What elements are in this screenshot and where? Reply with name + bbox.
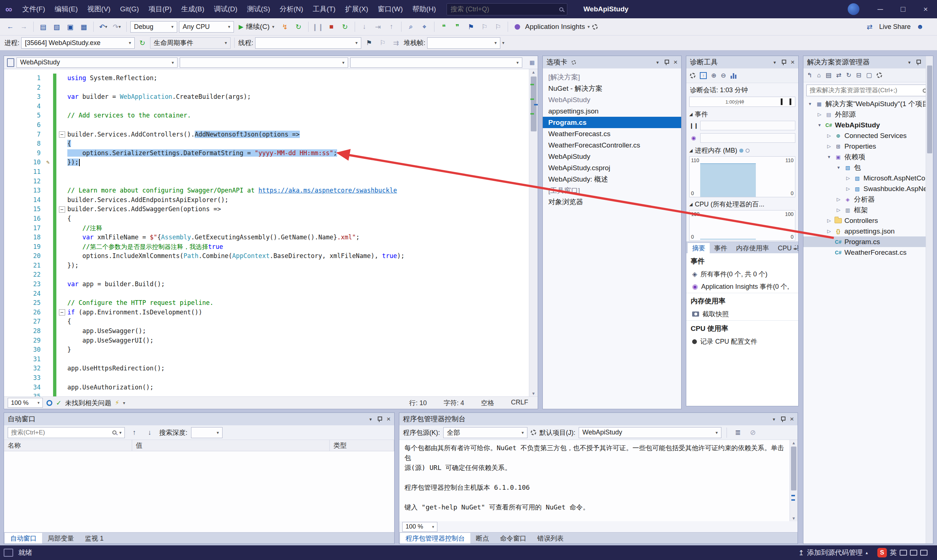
window-menu-icon[interactable]: ▾	[656, 60, 659, 65]
code-cleanup-icon[interactable]: ⚡	[115, 399, 119, 407]
code-line[interactable]: 9 options.SerializerSettings.DateFormatS…	[4, 149, 529, 158]
back-icon[interactable]: ↰	[807, 71, 812, 79]
expand-toggle-icon[interactable]: ▷	[825, 133, 834, 138]
pmc-titlebar[interactable]: 程序包管理器控制台 ▾ ×	[399, 413, 797, 425]
expand-toggle-icon[interactable]: ▷	[825, 143, 834, 149]
window-menu-icon[interactable]: ▾	[908, 60, 911, 65]
take-snapshot-link[interactable]: 截取快照	[686, 308, 798, 320]
expand-toggle-icon[interactable]: ▷	[815, 112, 824, 117]
scrollbar-thumb[interactable]	[927, 66, 932, 153]
tab-scroll-arrows[interactable]: ◂▸	[792, 246, 797, 251]
export-icon[interactable]: ↑	[700, 72, 707, 79]
tree-item[interactable]: ▾C#WebApiStudy	[803, 120, 933, 130]
code-line[interactable]: 13// Learn more about configuring Swagge…	[4, 186, 529, 195]
tab-item[interactable]: NuGet - 解决方案	[543, 83, 681, 94]
pen-icon[interactable]	[920, 550, 928, 555]
collapse-toggle-icon[interactable]: −	[59, 206, 65, 213]
navigate-forward-icon[interactable]: →	[18, 20, 30, 33]
eol-indicator[interactable]: CRLF	[511, 398, 528, 408]
memory-chart[interactable]: 110 0 110 0	[689, 156, 795, 197]
code-line[interactable]: 30}	[4, 345, 529, 355]
menu-item[interactable]: 生成(B)	[177, 0, 209, 18]
new-project-icon[interactable]: ▤	[37, 20, 49, 33]
ime-logo-icon[interactable]: S	[877, 548, 887, 557]
close-icon[interactable]: ×	[790, 415, 794, 423]
stop-command-icon[interactable]: ⊘	[747, 426, 759, 439]
window-menu-icon[interactable]: ▾	[773, 60, 776, 65]
collapse-toggle-icon[interactable]: −	[59, 309, 65, 315]
refresh-icon[interactable]: ↻	[846, 71, 851, 79]
collapse-all-icon[interactable]: ⊟	[856, 71, 861, 79]
code-line[interactable]: 26−if (app.Environment.IsDevelopment())	[4, 308, 529, 317]
thread-combo[interactable]: ▾	[255, 37, 361, 49]
code-line[interactable]: 10✎});	[4, 158, 529, 167]
flag-outline-icon[interactable]: ⚐	[377, 37, 388, 49]
close-icon[interactable]: ×	[674, 58, 677, 66]
all-events-link[interactable]: ◈ 所有事件(0 个, 共 0 个)	[686, 268, 798, 280]
tabs-panel-titlebar[interactable]: 选项卡 ▾ ×	[543, 56, 681, 68]
restart-app-icon[interactable]: ↻	[293, 20, 305, 33]
tree-item[interactable]: ▾▣依赖项	[803, 152, 933, 162]
member-dropdown[interactable]: ▾	[350, 57, 522, 68]
menu-item[interactable]: 窗口(W)	[373, 0, 408, 18]
stop-debug-icon[interactable]: ■	[326, 20, 337, 33]
expand-toggle-icon[interactable]: ▷	[844, 175, 852, 181]
add-to-source-control-button[interactable]: ↥ 添加到源代码管理 ▴	[798, 548, 868, 557]
tree-item[interactable]: ▷▧Microsoft.AspNetCore...	[803, 173, 933, 183]
tab-item[interactable]: appsettings.json	[543, 105, 681, 117]
break-all-icon[interactable]: ❙❙	[312, 20, 324, 33]
maximize-button[interactable]: □	[892, 0, 914, 18]
search-depth-combo[interactable]: ▾	[191, 427, 223, 438]
tab-item[interactable]: 对象浏览器	[543, 196, 681, 208]
sync-icon[interactable]: ⇄	[836, 71, 842, 79]
collapse-toggle-icon[interactable]: −	[59, 131, 65, 138]
diagnostics-titlebar[interactable]: 诊断工具 ▾ ×	[686, 56, 798, 68]
expand-toggle-icon[interactable]: ▾	[834, 165, 843, 170]
minimize-button[interactable]: ─	[869, 0, 892, 18]
pin-icon[interactable]	[664, 59, 668, 65]
show-all-files-icon[interactable]: ▢	[866, 71, 872, 79]
code-cleanup-caret[interactable]: ▾	[123, 400, 125, 406]
code-line[interactable]: 15−builder.Services.AddSwaggerGen(option…	[4, 205, 529, 214]
tab-item[interactable]: WeatherForecast.cs	[543, 128, 681, 140]
code-line[interactable]: 24	[4, 289, 529, 298]
autos-search-input[interactable]	[11, 429, 109, 436]
mic-icon[interactable]	[900, 550, 907, 555]
clear-console-icon[interactable]: ≣	[732, 426, 744, 439]
code-line[interactable]: 14builder.Services.AddEndpointsApiExplor…	[4, 195, 529, 205]
scrollbar-thumb[interactable]	[791, 446, 797, 491]
menu-item[interactable]: 项目(P)	[144, 0, 177, 18]
process-combo[interactable]: [35664] WebApiStudy.exe▾	[21, 37, 135, 49]
code-line[interactable]: 28 app.UseSwagger();	[4, 326, 529, 336]
scroll-down-icon[interactable]: ▼	[529, 391, 538, 395]
tab-item[interactable]: Program.cs	[543, 117, 681, 128]
solution-search-box[interactable]	[806, 85, 930, 96]
close-icon[interactable]: ×	[386, 415, 391, 423]
stack-frame-combo[interactable]: ▾	[427, 37, 500, 49]
feedback-icon[interactable]: ☻	[914, 20, 926, 33]
scroll-up-icon[interactable]: ▲	[790, 441, 797, 445]
process-refresh-icon[interactable]: ↻	[137, 37, 148, 49]
next-bookmark-icon[interactable]: ⚐	[492, 20, 504, 33]
search-down-icon[interactable]: ↓	[144, 426, 155, 439]
find-in-files-icon[interactable]: ⌕	[405, 20, 417, 33]
prev-bookmark-icon[interactable]: ⚐	[479, 20, 491, 33]
navigate-to-icon[interactable]: ⌖	[419, 20, 431, 33]
tab-命令窗口[interactable]: 命令窗口	[494, 533, 532, 543]
tab-错误列表[interactable]: 错误列表	[532, 533, 569, 543]
code-line[interactable]: 32app.UseHttpsRedirection();	[4, 364, 529, 373]
lifecycle-events-dropdown[interactable]: 生命周期事件▾	[150, 37, 231, 49]
tab-item[interactable]: WebApiStudy: 概述	[543, 174, 681, 185]
cpu-chart[interactable]: 100 0 100 0	[689, 210, 795, 241]
bookmark-icon[interactable]: ⚑	[465, 20, 477, 33]
solution-search-input[interactable]	[809, 87, 923, 94]
session-timeline[interactable]: 1:00分钟	[689, 97, 795, 107]
package-source-settings-icon[interactable]	[531, 430, 536, 435]
tab-item[interactable]: WeatherForecastController.cs	[543, 140, 681, 151]
menu-item[interactable]: 调试(D)	[209, 0, 242, 18]
step-over-icon[interactable]: ⇥	[372, 20, 384, 33]
menu-item[interactable]: Git(G)	[115, 0, 144, 18]
switch-views-icon[interactable]: ▤	[826, 71, 832, 79]
default-project-combo[interactable]: WebApiStudy▾	[579, 427, 722, 438]
type-dropdown[interactable]: ▾	[180, 57, 348, 68]
